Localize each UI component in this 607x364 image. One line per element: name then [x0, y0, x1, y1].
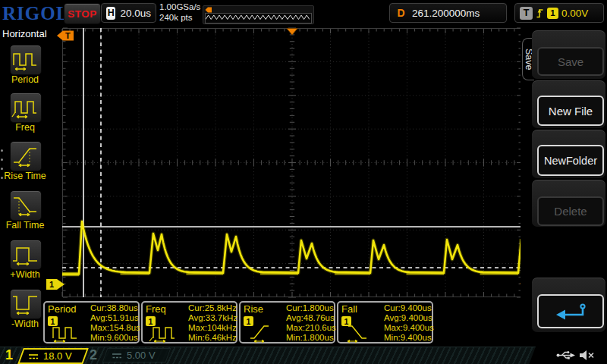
- menu-scroll-dot: [1, 158, 3, 161]
- measurement-panel-rise[interactable]: Rise 1 Cur:1.800usAvg:48.76us Max:210.6u…: [239, 301, 335, 344]
- measurement-values: Cur:25.8kHzAvg:33.7kHz Max:104kHzMin:6.4…: [188, 303, 237, 343]
- delay-value: 261.200000ms: [412, 8, 480, 19]
- waveform-display: T T 1: [62, 28, 522, 297]
- trigger-position-marker[interactable]: [287, 29, 297, 36]
- ch1-number: 1: [5, 347, 13, 363]
- measure-item-neg-width[interactable]: [10, 289, 42, 319]
- horizontal-measure-menu: Horizontal Period Freq Rise Time Fa: [0, 27, 50, 347]
- delay-readout-group[interactable]: D 261.200000ms: [389, 3, 507, 23]
- memory-position-indicator: [203, 5, 314, 24]
- menu-scroll-dot: [1, 177, 3, 179]
- measurement-values: Cur:1.800usAvg:48.76us Max:210.6usMin:1.…: [286, 303, 336, 343]
- measure-item-rise-time[interactable]: [10, 141, 42, 171]
- trigger-offset-flag[interactable]: T: [57, 31, 74, 41]
- measure-item-label: Rise Time: [0, 171, 50, 181]
- left-menu-title: Horizontal: [2, 28, 47, 39]
- menu-scroll-dot: [1, 168, 3, 170]
- period-icon: [11, 46, 39, 73]
- rigol-logo: RIGOL: [2, 3, 69, 24]
- trigger-readout-group[interactable]: T 1 0.00V: [514, 3, 604, 23]
- fall-icon: [344, 322, 376, 343]
- measure-item-fall-time[interactable]: [10, 190, 42, 221]
- measure-item-freq[interactable]: [10, 93, 42, 123]
- t-key-icon: T: [520, 7, 533, 20]
- h-key-icon: H: [106, 7, 115, 20]
- save-softkey-menu: Save Save New File NewFolder Delete: [521, 27, 607, 347]
- acquisition-info: 1.00GSa/s 240k pts: [159, 2, 200, 23]
- measurement-panel-freq[interactable]: Freq 1 Cur:25.8kHzAvg:33.7kHz Max:104kHz…: [141, 301, 237, 344]
- fall-time-icon: [11, 191, 39, 218]
- dc-coupling-icon: [28, 353, 39, 360]
- measure-item-label: Period: [0, 74, 50, 85]
- ch1-scale-label[interactable]: 18.0 V: [17, 348, 89, 364]
- measurement-name: Freq: [146, 303, 166, 315]
- return-arrow-icon: [551, 302, 590, 322]
- trigger-source-badge: 1: [547, 8, 558, 19]
- measure-item-label: Freq: [0, 122, 50, 133]
- period-icon: [51, 322, 83, 343]
- speaker-muted-icon: [578, 349, 596, 362]
- ch2-scale-label[interactable]: 5.00 V: [102, 348, 171, 362]
- measurement-name: Period: [48, 303, 77, 315]
- svg-text:1: 1: [49, 280, 54, 289]
- memory-depth: 240k pts: [159, 13, 200, 24]
- save-button[interactable]: Save: [537, 47, 604, 76]
- trigger-level-value: 0.00V: [561, 8, 588, 19]
- return-button[interactable]: [537, 294, 604, 328]
- ch2-number: 2: [90, 347, 97, 363]
- svg-text:T: T: [65, 31, 71, 40]
- sample-rate: 1.00GSa/s: [159, 2, 200, 13]
- dc-coupling-icon: [112, 352, 122, 359]
- menu-scroll-dot: [1, 149, 3, 152]
- d-key-icon: D: [395, 7, 407, 20]
- run-state-button[interactable]: STOP: [64, 3, 101, 24]
- measure-item-period[interactable]: [10, 45, 42, 75]
- memory-window-arrow-icon: [205, 7, 212, 13]
- measurement-name: Rise: [244, 303, 263, 315]
- new-folder-button[interactable]: NewFolder: [537, 145, 604, 176]
- timebase-value: 20.0us: [120, 8, 151, 19]
- measure-item-pos-width[interactable]: [10, 240, 42, 270]
- new-file-button[interactable]: New File: [537, 96, 604, 126]
- measurement-values: Cur:9.400usAvg:9.400us Max:9.400usMin:9.…: [384, 303, 434, 343]
- top-status-bar: RIGOL STOP H 20.0us 1.00GSa/s 240k pts D…: [0, 0, 607, 26]
- measure-item-label: Fall Time: [0, 220, 50, 231]
- trigger-slope-icon: [536, 7, 544, 19]
- freq-icon: [11, 93, 39, 121]
- usb-icon: [556, 349, 576, 362]
- measurement-name: Fall: [341, 303, 357, 315]
- rise-time-icon: [11, 142, 39, 169]
- delete-button[interactable]: Delete: [537, 196, 604, 226]
- measure-item-label: +Width: [0, 269, 50, 280]
- measurement-panel-period[interactable]: Period 1 Cur:38.80usAvg:51.91us Max:154.…: [43, 301, 140, 344]
- pos-width-icon: [11, 240, 39, 268]
- freq-icon: [149, 322, 181, 343]
- rise-icon: [247, 322, 278, 343]
- memory-waveform-icon: [205, 13, 312, 24]
- channel-status-bar: 1 18.0 V 2 5.00 V: [0, 347, 607, 364]
- ch1-ground-marker[interactable]: 1: [46, 279, 64, 290]
- measurement-values: Cur:38.80usAvg:51.91us Max:154.8usMin:9.…: [90, 303, 140, 343]
- horizontal-timebase-group[interactable]: H 20.0us: [101, 3, 156, 23]
- measurement-panel-fall[interactable]: Fall 1 Cur:9.400usAvg:9.400us Max:9.400u…: [337, 301, 433, 344]
- neg-width-icon: [11, 290, 39, 317]
